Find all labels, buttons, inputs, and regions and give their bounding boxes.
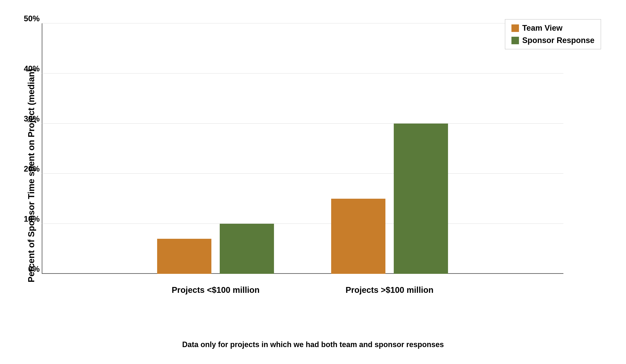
y-axis-label: Percent of Sponsor Time spent on Project… [21, 15, 42, 336]
y-tick-label: 10% [23, 215, 40, 224]
grid-line [42, 73, 563, 74]
grid-and-bars: 0%10%20%30%40%50%Projects <$100 millionP… [42, 23, 563, 274]
legend-color-1 [511, 37, 519, 44]
grid-line [42, 23, 563, 23]
legend-color-0 [511, 24, 519, 32]
legend-item-0: Team View [511, 24, 594, 33]
y-tick-label: 40% [23, 64, 40, 73]
x-axis-label-group-0: Projects <$100 million [172, 285, 260, 295]
legend-label-0: Team View [522, 24, 563, 33]
chart-legend: Team ViewSponsor Response [505, 19, 601, 49]
bar-sponsor_response-group-0 [220, 224, 274, 274]
chart-inner: 0%10%20%30%40%50%Projects <$100 millionP… [42, 15, 605, 336]
y-tick-label: 20% [23, 164, 40, 173]
footer-note: Data only for projects in which we had b… [182, 340, 444, 349]
y-tick-label: 30% [23, 114, 40, 123]
grid-line [42, 274, 563, 274]
x-axis-label-group-1: Projects >$100 million [346, 285, 433, 295]
bar-sponsor_response-group-1 [394, 123, 448, 274]
bar-team_view-group-0 [157, 239, 211, 274]
chart-container: Percent of Sponsor Time spent on Project… [21, 15, 605, 349]
grid-line [42, 224, 563, 224]
legend-item-1: Sponsor Response [511, 36, 594, 45]
bar-team_view-group-1 [331, 199, 385, 274]
grid-line [42, 123, 563, 123]
legend-label-1: Sponsor Response [522, 36, 594, 45]
grid-line [42, 173, 563, 174]
y-axis-line [42, 23, 42, 274]
y-tick-label: 50% [23, 14, 40, 23]
y-tick-label: 0% [23, 265, 40, 274]
chart-area: Percent of Sponsor Time spent on Project… [21, 15, 605, 336]
